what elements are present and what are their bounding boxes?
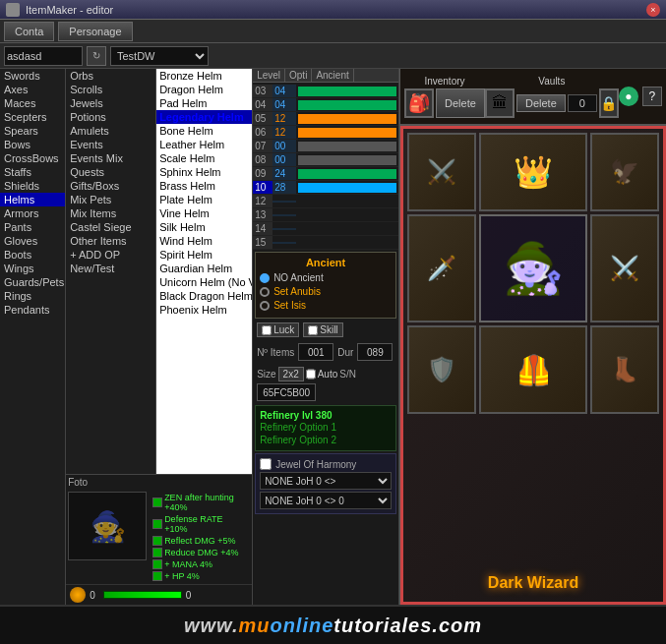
tab-personage[interactable]: Personage bbox=[58, 22, 132, 41]
item-dragon-helm[interactable]: Dragon Helm bbox=[156, 83, 252, 96]
subcat-orbs[interactable]: Orbs bbox=[66, 69, 155, 83]
subcat-events[interactable]: Events bbox=[66, 138, 155, 151]
item-spirit-helm[interactable]: Spirit Helm bbox=[156, 248, 252, 262]
subcat-scrolls[interactable]: Scrolls bbox=[66, 83, 155, 96]
vault-num-input[interactable] bbox=[568, 94, 597, 112]
stat-check-hp[interactable] bbox=[152, 571, 162, 581]
item-guardian-helm[interactable]: Guardian Helm bbox=[156, 262, 252, 275]
slot-helm[interactable]: 👑 bbox=[479, 133, 587, 211]
cat-guards[interactable]: Guards/Pets bbox=[0, 275, 65, 289]
sn-input[interactable] bbox=[257, 383, 316, 401]
close-button[interactable]: × bbox=[646, 3, 660, 17]
cat-shields[interactable]: Shields bbox=[0, 179, 65, 193]
item-unicorn-helm[interactable]: Unicorn Helm (No Visual) bbox=[156, 275, 252, 289]
cat-swords[interactable]: Swords bbox=[0, 69, 65, 83]
joh-select2[interactable]: NONE JoH 0 <> 0 bbox=[260, 492, 392, 509]
auto-checkbox[interactable] bbox=[306, 368, 316, 381]
item-vine-helm[interactable]: Vine Helm bbox=[156, 206, 252, 220]
cat-helms[interactable]: Helms bbox=[0, 193, 65, 206]
subcat-potions[interactable]: Potions bbox=[66, 110, 155, 124]
slot-bottom-left[interactable]: 🛡️ bbox=[407, 325, 476, 414]
item-leather-helm[interactable]: Leather Helm bbox=[156, 138, 252, 151]
refinery-option2[interactable]: Refinery Option 2 bbox=[260, 434, 392, 446]
stat-text-zen: ZEN after hunting +40% bbox=[164, 493, 248, 512]
subcat-mixpets[interactable]: Mix Pets bbox=[66, 193, 155, 206]
skill-button[interactable]: Skill bbox=[303, 322, 342, 337]
cat-boots[interactable]: Boots bbox=[0, 248, 65, 262]
item-silk-helm[interactable]: Silk Helm bbox=[156, 220, 252, 234]
inventory-icon[interactable]: 🎒 bbox=[404, 88, 434, 118]
stat-check-reduce[interactable] bbox=[152, 548, 162, 557]
slot-right-weapon[interactable]: ⚔️ bbox=[590, 214, 659, 322]
subcat-mixitems[interactable]: Mix Items bbox=[66, 206, 155, 220]
footer-online: online bbox=[270, 615, 333, 636]
subcat-castel[interactable]: Castel Siege bbox=[66, 220, 155, 234]
stat-check-reflect[interactable] bbox=[152, 536, 162, 546]
item-plate-helm[interactable]: Plate Helm bbox=[156, 193, 252, 206]
skill-checkbox[interactable] bbox=[308, 325, 318, 335]
cat-pants[interactable]: Pants bbox=[0, 220, 65, 234]
item-brass-helm[interactable]: Brass Helm bbox=[156, 179, 252, 193]
cat-armors[interactable]: Armors bbox=[0, 206, 65, 220]
subcat-addop[interactable]: + ADD OP bbox=[66, 248, 155, 262]
slot-wing-left[interactable]: ⚔️ bbox=[407, 133, 476, 211]
slot-left-weapon[interactable]: 🗡️ bbox=[407, 214, 476, 322]
size-val: 2x2 bbox=[283, 369, 299, 380]
subcat-amulets[interactable]: Amulets bbox=[66, 124, 155, 138]
radio-no-ancient[interactable] bbox=[260, 273, 270, 283]
vault-icon[interactable]: 🏛 bbox=[485, 88, 515, 118]
cat-wings[interactable]: Wings bbox=[0, 262, 65, 275]
item-pad-helm[interactable]: Pad Helm bbox=[156, 96, 252, 110]
opt-val-05: 12 bbox=[272, 112, 296, 125]
opt-row-13: 13 bbox=[253, 208, 398, 222]
joh-select1[interactable]: NONE JoH 0 <> bbox=[260, 472, 392, 490]
slot-bottom-right[interactable]: 👢 bbox=[590, 325, 659, 414]
slot-boots[interactable]: 🦺 bbox=[479, 325, 587, 414]
subcat-gifts[interactable]: Gifts/Boxs bbox=[66, 179, 155, 193]
radio-anubis[interactable] bbox=[260, 287, 270, 297]
subcat-new[interactable]: New/Test bbox=[66, 262, 155, 275]
character-select[interactable]: TestDW bbox=[110, 46, 209, 66]
size-button[interactable]: 2x2 bbox=[278, 367, 304, 381]
cat-axes[interactable]: Axes bbox=[0, 83, 65, 96]
subcat-other[interactable]: Other Items bbox=[66, 234, 155, 248]
item-scale-helm[interactable]: Scale Helm bbox=[156, 151, 252, 165]
item-sphinx-helm[interactable]: Sphinx Helm bbox=[156, 165, 252, 179]
item-phoenix-helm[interactable]: Phoenix Helm bbox=[156, 303, 252, 317]
vaults-delete-button[interactable]: Delete bbox=[516, 94, 566, 112]
subcat-events-mix[interactable]: Events Mix bbox=[66, 151, 155, 165]
cat-bows[interactable]: Bows bbox=[0, 138, 65, 151]
cat-gloves[interactable]: Gloves bbox=[0, 234, 65, 248]
refresh-icon[interactable]: ↻ bbox=[87, 46, 106, 66]
stat-check-mana[interactable] bbox=[152, 559, 162, 569]
dur-input[interactable] bbox=[357, 343, 393, 361]
cat-maces[interactable]: Maces bbox=[0, 96, 65, 110]
stat-check-zen[interactable] bbox=[152, 498, 162, 507]
item-bone-helm[interactable]: Bone Helm bbox=[156, 124, 252, 138]
refinery-option1[interactable]: Refinery Option 1 bbox=[260, 421, 392, 434]
cat-rings[interactable]: Rings bbox=[0, 289, 65, 303]
item-legendary-helm[interactable]: Legendary Helm bbox=[156, 110, 252, 124]
luck-button[interactable]: Luck bbox=[257, 322, 299, 337]
item-black-dragon-helm[interactable]: Black Dragon Helm bbox=[156, 289, 252, 303]
account-input[interactable] bbox=[4, 46, 83, 66]
luck-checkbox[interactable] bbox=[262, 325, 272, 335]
cat-spears[interactable]: Spears bbox=[0, 124, 65, 138]
stat-check-defense[interactable] bbox=[152, 519, 162, 529]
tab-conta[interactable]: Conta bbox=[4, 22, 54, 41]
vault-icon2[interactable]: 🔒 bbox=[599, 88, 619, 118]
subcat-jewels[interactable]: Jewels bbox=[66, 96, 155, 110]
joh-checkbox[interactable] bbox=[260, 458, 272, 470]
cat-crossbows[interactable]: CrossBows bbox=[0, 151, 65, 165]
cat-scepters[interactable]: Scepters bbox=[0, 110, 65, 124]
item-wind-helm[interactable]: Wind Helm bbox=[156, 234, 252, 248]
radio-isis[interactable] bbox=[260, 301, 270, 311]
cat-pendants[interactable]: Pendants bbox=[0, 303, 65, 317]
items-input[interactable] bbox=[298, 343, 333, 361]
help-button[interactable]: ? bbox=[642, 87, 662, 106]
cat-staffs[interactable]: Staffs bbox=[0, 165, 65, 179]
subcat-quests[interactable]: Quests bbox=[66, 165, 155, 179]
inventory-delete-button[interactable]: Delete bbox=[436, 88, 485, 118]
slot-wing-right[interactable]: 🦅 bbox=[590, 133, 659, 211]
item-bronze-helm[interactable]: Bronze Helm bbox=[156, 69, 252, 83]
